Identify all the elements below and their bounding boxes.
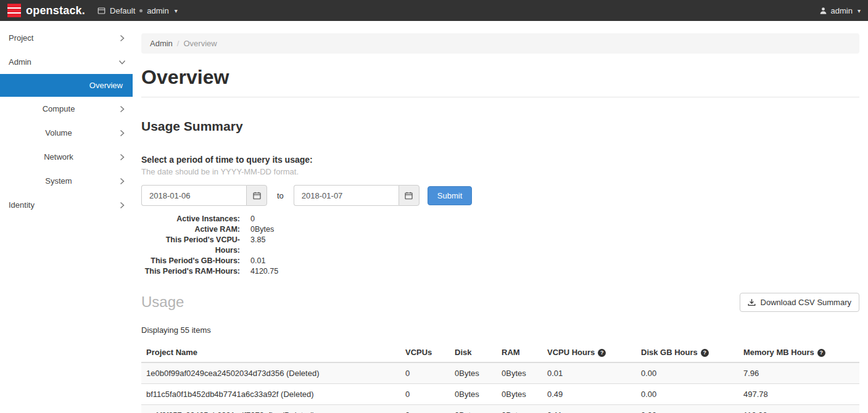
chevron-right-icon — [120, 105, 125, 113]
col-header-project-name[interactable]: Project Name — [141, 343, 400, 362]
user-menu[interactable]: admin ▾ — [819, 6, 861, 15]
sidebar-item-volume[interactable]: Volume — [0, 121, 133, 145]
stat-value: 0Bytes — [250, 224, 274, 235]
usage-table: Project Name VCPUs Disk RAM VCPU Hours? — [141, 343, 859, 413]
cell-disk: 0Bytes — [450, 405, 497, 413]
period-prompt: Select a period of time to query its usa… — [141, 155, 859, 165]
breadcrumb-current: Overview — [183, 39, 217, 48]
usage-stats: Active Instances: 0 Active RAM: 0Bytes T… — [141, 214, 859, 277]
sidebar-item-admin[interactable]: Admin — [0, 50, 133, 74]
sidebar-item-label: Volume — [45, 128, 72, 137]
sidebar-item-compute[interactable]: Compute — [0, 97, 133, 121]
cell-vcpus: 0 — [400, 384, 450, 405]
sidebar-item-label: Identity — [9, 200, 35, 210]
brand-text: openstack. — [26, 4, 85, 17]
col-header-disk[interactable]: Disk — [450, 343, 497, 362]
col-header-vcpu-hours[interactable]: VCPU Hours? — [542, 343, 636, 362]
chevron-down-icon — [118, 60, 126, 65]
date-format-hint: The date should be in YYYY-MM-DD format. — [141, 167, 859, 176]
stat-row-ram-hours: This Period's RAM-Hours: 4120.75 — [141, 266, 859, 277]
cell-disk-gb-hours: 0.00 — [636, 384, 738, 405]
sidebar-item-label: System — [45, 176, 72, 186]
cell-project-name: bf11c5fa0f1b452db4b7741a6c33a92f (Delete… — [141, 384, 400, 405]
end-date-group — [294, 185, 420, 206]
help-icon[interactable]: ? — [701, 349, 709, 357]
cell-vcpus: 0 — [400, 362, 450, 384]
stat-value: 0.01 — [250, 256, 265, 266]
col-header-ram[interactable]: RAM — [497, 343, 542, 362]
stat-value: 0 — [250, 214, 255, 224]
table-header-row: Project Name VCPUs Disk RAM VCPU Hours? — [141, 343, 859, 362]
domain-project-switcher[interactable]: Default admin ▾ — [97, 6, 178, 15]
stat-label: This Period's GB-Hours: — [141, 256, 240, 266]
breadcrumb: Admin/Overview — [141, 33, 859, 54]
openstack-logo-icon — [7, 4, 21, 17]
download-csv-button[interactable]: Download CSV Summary — [740, 293, 859, 312]
sidebar-item-project[interactable]: Project — [0, 26, 133, 50]
caret-down-icon: ▾ — [858, 7, 861, 14]
sidebar-item-label: Overview — [89, 81, 123, 90]
chevron-right-icon — [120, 178, 125, 185]
col-label: Disk GB Hours — [641, 348, 698, 357]
usage-heading: Usage — [141, 294, 184, 310]
help-icon[interactable]: ? — [817, 349, 825, 357]
sidebar-item-label: Project — [9, 33, 33, 43]
stat-row-active-ram: Active RAM: 0Bytes — [141, 224, 859, 235]
col-header-disk-gb-hours[interactable]: Disk GB Hours? — [636, 343, 738, 362]
caret-down-icon: ▾ — [175, 7, 178, 14]
start-date-calendar-button[interactable] — [246, 185, 267, 206]
sidebar-item-network[interactable]: Network — [0, 145, 133, 169]
stat-label: This Period's RAM-Hours: — [141, 266, 240, 277]
stat-label: Active Instances: — [141, 214, 240, 224]
col-label: VCPU Hours — [547, 348, 595, 357]
cell-memory-mb-hours: 110.93 — [738, 405, 859, 413]
end-date-calendar-button[interactable] — [399, 185, 420, 206]
sidebar-nav: Project Admin Overview Compute Volume — [0, 21, 133, 413]
calendar-icon — [253, 192, 261, 200]
breadcrumb-separator: / — [177, 39, 180, 48]
usage-section-header: Usage Download CSV Summary — [141, 293, 859, 312]
domain-icon — [97, 7, 105, 15]
cell-vcpu-hours: 0.11 — [542, 405, 636, 413]
stat-label: Active RAM: — [141, 224, 240, 235]
sidebar-item-identity[interactable]: Identity — [0, 193, 133, 217]
usage-period-form: to Submit — [141, 185, 859, 206]
download-csv-label: Download CSV Summary — [761, 298, 851, 307]
user-label: admin — [831, 6, 853, 15]
start-date-input[interactable] — [141, 185, 246, 206]
user-icon — [819, 7, 827, 15]
col-label: Project Name — [146, 348, 197, 357]
breadcrumb-admin-link[interactable]: Admin — [150, 39, 173, 48]
cell-project-name: 1e0b0f99af0249cea24502034d73d356 (Delete… — [141, 362, 400, 384]
calendar-icon — [405, 192, 413, 200]
chevron-right-icon — [120, 35, 125, 42]
cell-vcpus: 0 — [400, 405, 450, 413]
table-row: ea1f2f357c09465eb6991edf7079efbe (Delete… — [141, 405, 859, 413]
col-header-memory-mb-hours[interactable]: Memory MB Hours? — [738, 343, 859, 362]
help-icon[interactable]: ? — [598, 349, 606, 357]
cell-vcpu-hours: 0.49 — [542, 384, 636, 405]
top-navbar: openstack. Default admin ▾ admin ▾ — [0, 0, 868, 21]
sidebar-item-label: Compute — [43, 104, 75, 113]
start-date-group — [141, 185, 267, 206]
col-label: VCPUs — [405, 348, 432, 357]
openstack-brand[interactable]: openstack. — [7, 4, 85, 17]
page-title: Overview — [141, 67, 859, 87]
cell-project-name: ea1f2f357c09465eb6991edf7079efbe (Delete… — [141, 405, 400, 413]
cell-disk: 0Bytes — [450, 362, 497, 384]
main-content: Admin/Overview Overview Usage Summary Se… — [133, 21, 868, 413]
col-label: Disk — [455, 348, 471, 357]
items-count: Displaying 55 items — [141, 325, 859, 335]
stat-label: This Period's VCPU-Hours: — [141, 235, 240, 256]
end-date-input[interactable] — [294, 185, 399, 206]
chevron-right-icon — [120, 153, 125, 161]
sidebar-item-overview[interactable]: Overview — [0, 74, 133, 97]
cell-memory-mb-hours: 497.78 — [738, 384, 859, 405]
col-header-vcpus[interactable]: VCPUs — [400, 343, 450, 362]
submit-button[interactable]: Submit — [428, 186, 472, 205]
sidebar-item-system[interactable]: System — [0, 169, 133, 193]
stat-row-active-instances: Active Instances: 0 — [141, 214, 859, 224]
download-icon — [748, 298, 756, 306]
table-row: bf11c5fa0f1b452db4b7741a6c33a92f (Delete… — [141, 384, 859, 405]
cell-memory-mb-hours: 7.96 — [738, 362, 859, 384]
